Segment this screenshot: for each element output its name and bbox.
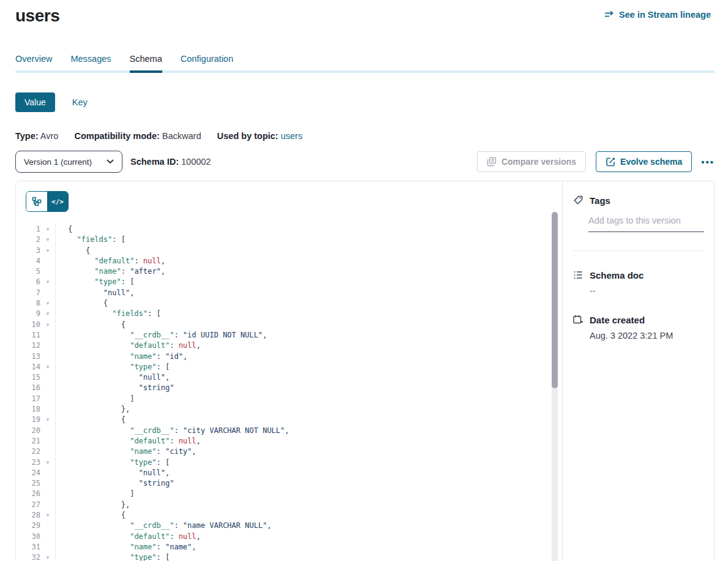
- fold-toggle-icon: [40, 394, 55, 404]
- gutter-row: 7: [16, 288, 55, 298]
- fold-toggle-icon[interactable]: ▼: [40, 457, 55, 468]
- scrollbar-thumb[interactable]: [552, 212, 558, 388]
- gutter-row: 13: [16, 352, 55, 362]
- fold-toggle-icon[interactable]: ▼: [40, 309, 55, 319]
- tags-title: Tags: [590, 195, 610, 206]
- gutter-row: 14▼: [16, 362, 55, 372]
- line-number: 18: [16, 404, 40, 415]
- copy-versions-icon: [487, 157, 497, 167]
- code-line: ]: [68, 394, 289, 404]
- line-number: 31: [16, 542, 40, 552]
- tree-view-button[interactable]: [26, 192, 47, 211]
- line-number: 1: [16, 224, 40, 235]
- line-number: 5: [16, 266, 40, 277]
- fold-toggle-icon[interactable]: ▼: [40, 224, 55, 235]
- fold-toggle-icon[interactable]: ▼: [40, 298, 55, 309]
- fold-toggle-icon[interactable]: ▼: [40, 277, 55, 287]
- gutter-row: 27: [16, 500, 55, 510]
- code-line: {: [68, 415, 289, 425]
- code-line: "__crdb__": "city VARCHAR NOT NULL",: [68, 426, 289, 436]
- gutter-row: 6▼: [16, 277, 55, 287]
- date-created-title: Date created: [590, 315, 645, 325]
- schema-id: Schema ID: 100002: [130, 157, 211, 167]
- gutter-row: 19▼: [16, 415, 55, 425]
- code-line: "default": null,: [68, 256, 289, 266]
- code-view-icon: </>: [51, 198, 64, 206]
- compare-versions-label: Compare versions: [501, 157, 576, 167]
- line-number: 10: [16, 320, 40, 330]
- fold-toggle-icon[interactable]: ▼: [40, 235, 55, 245]
- tags-input[interactable]: [588, 214, 704, 232]
- code-line: "default": null,: [68, 532, 289, 542]
- line-number: 15: [16, 372, 40, 383]
- topic-label: Used by topic:: [217, 131, 279, 141]
- fold-toggle-icon: [40, 521, 55, 531]
- schema-page: users See in Stream lineage Overview Mes…: [0, 0, 728, 561]
- gutter-row: 21: [16, 436, 55, 446]
- evolve-schema-button[interactable]: Evolve schema: [596, 151, 692, 172]
- editor-scrollbar[interactable]: [552, 212, 558, 561]
- fold-toggle-icon[interactable]: ▼: [40, 320, 55, 330]
- fold-toggle-icon[interactable]: ▼: [40, 246, 55, 256]
- fold-toggle-icon: [40, 341, 55, 351]
- fold-toggle-icon: [40, 266, 55, 277]
- fold-toggle-icon[interactable]: ▼: [40, 362, 55, 372]
- tab-messages[interactable]: Messages: [70, 54, 111, 70]
- type-value: Avro: [40, 131, 59, 141]
- code-line: "name": "after",: [68, 266, 289, 277]
- key-tab-link[interactable]: Key: [72, 97, 88, 107]
- value-tab-button[interactable]: Value: [15, 92, 55, 112]
- fold-toggle-icon: [40, 478, 55, 489]
- gutter-row: 22: [16, 446, 55, 457]
- type-label: Type:: [15, 131, 39, 141]
- schema-doc-header: Schema doc: [572, 269, 704, 280]
- line-number: 14: [16, 362, 40, 372]
- version-select[interactable]: Version 1 (current): [15, 151, 122, 173]
- code-line: "default": null,: [68, 341, 289, 351]
- tree-view-icon: [32, 197, 42, 206]
- code-line: "fields": [: [68, 309, 289, 319]
- line-number: 11: [16, 330, 40, 341]
- code-line: {: [68, 224, 289, 235]
- line-number: 12: [16, 341, 40, 351]
- line-number: 13: [16, 352, 40, 362]
- schema-doc-section: Schema doc --: [572, 269, 704, 296]
- line-number: 26: [16, 489, 40, 499]
- value-key-toggle: Value Key: [15, 92, 728, 112]
- gutter-row: 3▼: [16, 246, 55, 256]
- line-number: 32: [16, 552, 40, 561]
- tab-overview[interactable]: Overview: [15, 54, 52, 70]
- fold-toggle-icon[interactable]: ▼: [40, 415, 55, 425]
- schema-id-label: Schema ID:: [130, 157, 179, 167]
- stream-lineage-link[interactable]: See in Stream lineage: [604, 10, 711, 20]
- fold-toggle-icon: [40, 446, 55, 457]
- version-selected-value: Version 1 (current): [24, 157, 92, 167]
- fold-toggle-icon: [40, 404, 55, 415]
- compatibility-mode: Compatibility mode: Backward: [74, 131, 201, 141]
- fold-toggle-icon: [40, 288, 55, 298]
- code-view-button[interactable]: </>: [47, 192, 68, 211]
- fold-toggle-icon[interactable]: ▼: [40, 510, 55, 521]
- line-number: 19: [16, 415, 40, 425]
- line-number: 29: [16, 521, 40, 531]
- date-created-value: Aug. 3 2022 3:21 PM: [590, 331, 704, 341]
- stream-lineage-label: See in Stream lineage: [619, 10, 711, 20]
- fold-toggle-icon[interactable]: ▼: [40, 552, 55, 561]
- code-lines: { "fields": [ { "default": null, "name":…: [56, 224, 289, 561]
- topic-link[interactable]: users: [280, 131, 302, 141]
- code-line: "__crdb__": "id UUID NOT NULL",: [68, 330, 289, 341]
- more-actions-button[interactable]: •••: [701, 157, 715, 167]
- code-line: ]: [68, 489, 289, 499]
- gutter-row: 29: [16, 521, 55, 531]
- gutter-row: 18: [16, 404, 55, 415]
- fold-toggle-icon: [40, 352, 55, 362]
- gutter-row: 2▼: [16, 235, 55, 245]
- gutter-row: 26: [16, 489, 55, 499]
- schema-sidebar: Tags Schema doc --: [563, 181, 714, 561]
- code-line: },: [68, 404, 289, 415]
- fold-toggle-icon: [40, 256, 55, 266]
- tab-schema[interactable]: Schema: [130, 54, 162, 73]
- line-number: 20: [16, 426, 40, 436]
- tab-configuration[interactable]: Configuration: [181, 54, 233, 70]
- compare-versions-button[interactable]: Compare versions: [477, 151, 586, 172]
